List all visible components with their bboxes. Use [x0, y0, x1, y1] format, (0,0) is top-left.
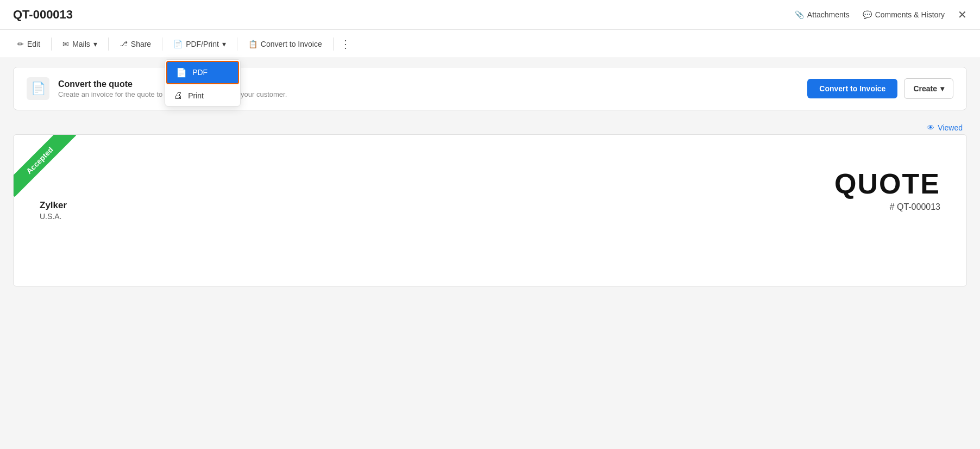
print-option[interactable]: 🖨 Print — [165, 85, 240, 106]
company-info: Zylker U.S.A. — [40, 167, 67, 221]
print-icon: 🖨 — [174, 91, 183, 101]
pdf-print-icon: 📄 — [173, 40, 183, 48]
mail-icon: ✉ — [62, 40, 69, 48]
pdf-icon: 📄 — [176, 67, 187, 78]
convert-invoice-toolbar-button[interactable]: 📋 Convert to Invoice — [240, 35, 331, 53]
pdf-print-button[interactable]: 📄 PDF/Print ▾ — [165, 35, 235, 53]
convert-to-invoice-button[interactable]: Convert to Invoice — [807, 79, 897, 98]
toolbar: ✏ Edit ✉ Mails ▾ ⎇ Share 📄 PDF/Print ▾ 📄… — [0, 30, 980, 58]
mails-dropdown-icon: ▾ — [93, 40, 97, 48]
create-chevron-icon: ▾ — [940, 84, 944, 93]
document-body: Zylker U.S.A. QUOTE # QT-000013 — [40, 157, 940, 221]
toolbar-separator-3 — [162, 38, 162, 51]
document-wrapper: Accepted Zylker U.S.A. QUOTE # QT-000013 — [13, 134, 967, 286]
toolbar-separator-5 — [333, 38, 334, 51]
top-bar-actions: 📎 Attachments 💬 Comments & History ✕ — [795, 9, 967, 20]
viewed-label: 👁 Viewed — [927, 123, 963, 132]
mails-button[interactable]: ✉ Mails ▾ — [54, 35, 106, 53]
document-number: # QT-000013 — [834, 202, 940, 212]
banner-doc-icon: 📄 — [27, 77, 49, 100]
pdf-print-dropdown-container: 📄 PDF/Print ▾ 📄 PDF 🖨 Print — [165, 35, 235, 53]
close-button[interactable]: ✕ — [958, 9, 967, 20]
create-button[interactable]: Create ▾ — [904, 78, 953, 99]
company-country: U.S.A. — [40, 212, 67, 221]
document-card: Accepted Zylker U.S.A. QUOTE # QT-000013 — [13, 134, 967, 286]
comments-history-button[interactable]: 💬 Comments & History — [863, 10, 945, 19]
edit-icon: ✏ — [17, 40, 24, 48]
convert-icon: 📋 — [248, 40, 257, 48]
pdf-option[interactable]: 📄 PDF — [166, 61, 239, 84]
attachment-icon: 📎 — [795, 10, 804, 19]
eye-icon: 👁 — [927, 123, 934, 132]
share-button[interactable]: ⎇ Share — [111, 35, 160, 53]
document-title-area: QUOTE # QT-000013 — [834, 167, 940, 212]
more-options-button[interactable]: ⋮ — [336, 35, 355, 53]
share-icon: ⎇ — [120, 40, 128, 48]
top-bar: QT-000013 📎 Attachments 💬 Comments & His… — [0, 0, 980, 30]
banner-right: Convert to Invoice Create ▾ — [807, 78, 953, 99]
comment-icon: 💬 — [863, 10, 872, 19]
viewed-area: 👁 Viewed — [0, 119, 980, 134]
toolbar-separator-4 — [237, 38, 237, 51]
toolbar-separator-2 — [108, 38, 109, 51]
pdf-print-dropdown-menu: 📄 PDF 🖨 Print — [165, 59, 241, 107]
toolbar-separator-1 — [51, 38, 52, 51]
banner-left: 📄 Convert the quote Create an invoice fo… — [27, 77, 287, 100]
attachments-button[interactable]: 📎 Attachments — [795, 10, 850, 19]
convert-banner: 📄 Convert the quote Create an invoice fo… — [13, 67, 967, 110]
edit-button[interactable]: ✏ Edit — [9, 35, 49, 53]
company-name: Zylker — [40, 200, 67, 211]
pdf-print-chevron-icon: ▾ — [222, 40, 226, 48]
page-title: QT-000013 — [13, 8, 73, 22]
document-type-title: QUOTE — [834, 167, 940, 200]
